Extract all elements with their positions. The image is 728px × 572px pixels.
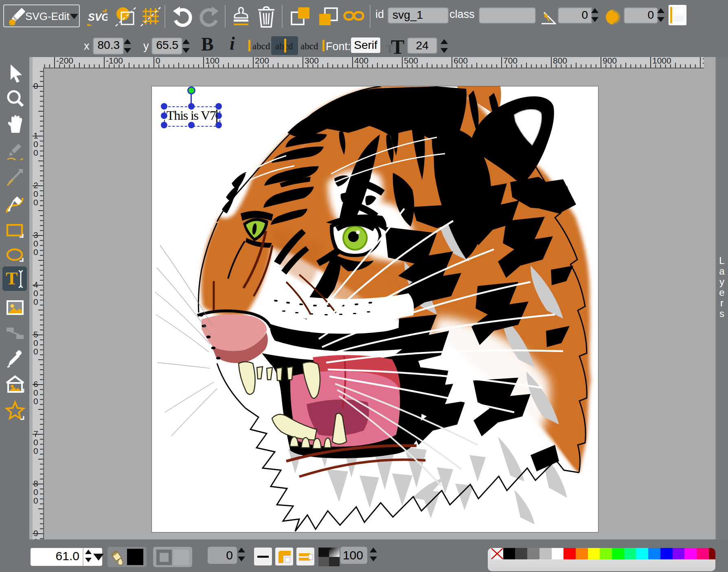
svg-text:1100: 1100 <box>702 57 704 65</box>
svg-text:500: 500 <box>404 57 418 65</box>
svg-text:0: 0 <box>33 446 38 455</box>
svg-text:0: 0 <box>33 288 38 298</box>
svg-text:0: 0 <box>33 338 38 348</box>
svg-text:3: 3 <box>33 230 38 240</box>
svg-text:0: 0 <box>33 438 38 447</box>
svg-text:0: 0 <box>33 189 38 198</box>
svg-text:0: 0 <box>33 487 38 497</box>
svg-text:0: 0 <box>33 139 38 149</box>
svg-text:5: 5 <box>33 330 38 339</box>
svg-text:1000: 1000 <box>652 57 671 65</box>
svg-text:7: 7 <box>33 429 38 438</box>
svg-text:0: 0 <box>33 396 38 406</box>
svg-text:-100: -100 <box>106 57 123 65</box>
svg-text:0: 0 <box>33 148 38 157</box>
svg-text:4: 4 <box>33 280 38 289</box>
svg-text:900: 900 <box>603 57 617 65</box>
svg-text:2: 2 <box>33 180 38 190</box>
svg-text:800: 800 <box>553 57 567 65</box>
svg-text:0: 0 <box>33 496 38 505</box>
svg-text:8: 8 <box>33 479 38 488</box>
svg-text:600: 600 <box>454 57 468 65</box>
svg-text:0: 0 <box>33 239 38 248</box>
svg-text:400: 400 <box>354 57 368 65</box>
svg-text:0: 0 <box>33 247 38 257</box>
svg-text:0: 0 <box>33 81 38 90</box>
svg-text:0: 0 <box>33 198 38 207</box>
svg-text:0: 0 <box>33 297 38 306</box>
svg-text:6: 6 <box>33 379 38 389</box>
svg-text:700: 700 <box>503 57 517 65</box>
svg-text:0: 0 <box>33 347 38 356</box>
svg-text:0: 0 <box>156 57 160 65</box>
svg-text:1: 1 <box>33 131 38 140</box>
svg-text:200: 200 <box>255 57 269 65</box>
svg-text:SVG: SVG <box>88 11 107 23</box>
svg-text:300: 300 <box>305 57 319 65</box>
svg-text:-200: -200 <box>56 57 73 65</box>
svg-text:9: 9 <box>33 528 38 538</box>
svg-text:100: 100 <box>205 57 219 65</box>
svg-text:0: 0 <box>33 388 38 397</box>
